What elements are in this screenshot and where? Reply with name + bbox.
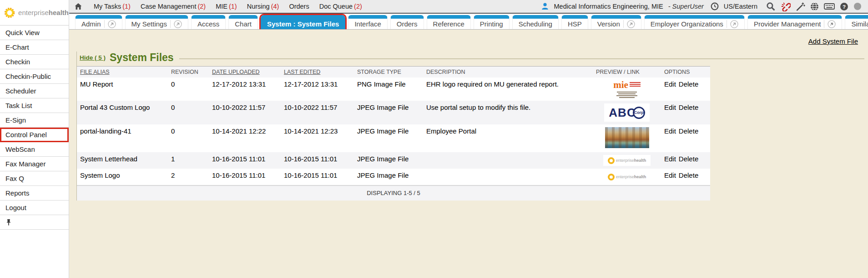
menu-orders[interactable]: Orders: [289, 3, 309, 10]
column-last-edited[interactable]: LAST EDITED: [281, 67, 354, 78]
menu-label: MIE: [216, 3, 227, 10]
tab-chart[interactable]: Chart: [228, 15, 258, 29]
edit-link[interactable]: Edit: [664, 127, 676, 135]
keyboard-icon[interactable]: [824, 2, 835, 10]
wand-icon[interactable]: [796, 2, 805, 11]
logo-part2: health: [49, 9, 69, 16]
tab-label: Provider Management: [754, 20, 821, 28]
tab-admin[interactable]: Admin: [75, 15, 122, 29]
mie-logo-preview[interactable]: mie: [609, 80, 645, 98]
sidebar-item-webscan[interactable]: WebScan: [0, 142, 69, 157]
hide-toggle-link[interactable]: Hide ( 5 ): [80, 54, 106, 61]
delete-link[interactable]: Delete: [679, 171, 698, 179]
menu-mie[interactable]: MIE(1): [216, 3, 237, 10]
menu-count: (1): [122, 3, 131, 10]
sidebar-item-quick-view[interactable]: Quick View: [0, 26, 69, 40]
sidebar-pin-toggle[interactable]: [0, 215, 69, 230]
tab-label: Access: [197, 20, 219, 28]
cell-storage-type: PNG Image File: [354, 77, 423, 101]
city-photo-preview[interactable]: [605, 127, 649, 148]
table-paging-status: DISPLAYING 1-5 / 5: [77, 185, 710, 201]
search-icon[interactable]: [766, 2, 776, 11]
tab-hsp[interactable]: HSP: [561, 15, 588, 29]
sidebar-item-checkin[interactable]: Checkin: [0, 55, 69, 69]
user-role: - SuperUser: [668, 3, 704, 10]
cell-date-uploaded: 10-10-2022 11:57: [209, 101, 281, 124]
help-icon[interactable]: ?: [840, 2, 848, 11]
cell-revision: 0: [168, 124, 209, 152]
delete-link[interactable]: Delete: [679, 80, 698, 88]
edit-link[interactable]: Edit: [664, 80, 676, 88]
menu-doc-queue[interactable]: Doc Queue(2): [319, 3, 362, 10]
external-link-icon: [828, 20, 836, 28]
status-circle-icon: [853, 2, 862, 10]
sidebar-item-scheduler[interactable]: Scheduler: [0, 84, 69, 98]
cell-last-edited: 10-16-2015 11:01: [281, 169, 354, 185]
sidebar-item-e-sign[interactable]: E-Sign: [0, 113, 69, 128]
tab-interface[interactable]: Interface: [348, 15, 387, 29]
delete-link[interactable]: Delete: [679, 103, 698, 111]
tab-label: Printing: [480, 20, 503, 28]
menu-my-tasks[interactable]: My Tasks(1): [94, 3, 131, 10]
tab-system-system-files[interactable]: System : System Files: [261, 15, 345, 29]
cell-last-edited: 12-17-2012 13:31: [281, 77, 354, 101]
tab-label: Similar Exposure Groups (SEG: [851, 20, 868, 28]
logo-part1: enterprise: [18, 9, 49, 16]
app-logo-text: enterprisehealth: [18, 9, 69, 16]
menu-nursing[interactable]: Nursing(4): [247, 3, 279, 10]
column-date-uploaded[interactable]: DATE UPLOADED: [209, 67, 281, 78]
cell-description: EHR logo required on MU generated report…: [423, 77, 593, 101]
menu-count: (2): [197, 3, 206, 10]
cell-date-uploaded: 12-17-2012 13:31: [209, 77, 281, 101]
sidebar-item-fax-manager[interactable]: Fax Manager: [0, 157, 69, 171]
sidebar-item-checkin-public[interactable]: Checkin-Public: [0, 69, 69, 84]
sidebar-item-task-list[interactable]: Task List: [0, 98, 69, 113]
abc-logo-text: ABC: [609, 106, 636, 120]
sidebar-item-fax-q[interactable]: Fax Q: [0, 171, 69, 186]
cell-description: [423, 152, 593, 169]
tab-printing[interactable]: Printing: [474, 15, 510, 29]
column-label: STORAGE TYPE: [357, 69, 401, 75]
globe-icon[interactable]: [810, 2, 819, 11]
menu-label: Doc Queue: [319, 3, 353, 10]
menu-label: Nursing: [247, 3, 270, 10]
add-system-file-link[interactable]: Add System File: [808, 37, 858, 45]
sidebar-item-control-panel[interactable]: Control Panel: [0, 128, 69, 142]
eh-logo-part1: enterprise: [616, 175, 634, 179]
timezone-label[interactable]: US/Eastern: [724, 3, 757, 10]
sidebar-item-logout[interactable]: Logout: [0, 201, 69, 215]
delete-link[interactable]: Delete: [679, 127, 698, 135]
edit-link[interactable]: Edit: [664, 103, 676, 111]
tab-employer-organizations[interactable]: Employer Organizations: [644, 15, 745, 29]
page-title: System Files: [110, 51, 174, 64]
tab-my-settings[interactable]: My Settings: [125, 15, 188, 29]
tab-version[interactable]: Version: [591, 15, 641, 29]
abc-corp-logo-preview[interactable]: ABC Corp: [604, 103, 650, 122]
cell-file-alias: Portal 43 Custom Logo: [77, 101, 168, 124]
user-icon: [541, 2, 549, 10]
sidebar-item-e-chart[interactable]: E-Chart: [0, 40, 69, 55]
broken-link-icon[interactable]: [781, 1, 791, 11]
sidebar-item-reports[interactable]: Reports: [0, 186, 69, 201]
edit-link[interactable]: Edit: [664, 155, 676, 163]
system-files-section: Hide ( 5 ) System Files FILE ALIAS REVIS…: [76, 51, 865, 201]
cell-options: EditDelete: [661, 152, 710, 169]
cell-storage-type: JPEG Image File: [354, 169, 423, 185]
tab-similar-exposure-groups[interactable]: Similar Exposure Groups (SEG: [845, 15, 868, 29]
tab-scheduling[interactable]: Scheduling: [512, 15, 559, 29]
cell-revision: 0: [168, 77, 209, 101]
enterprisehealth-logo-preview[interactable]: enterprisehealth: [603, 155, 651, 166]
cell-file-alias: System Logo: [77, 169, 168, 185]
tab-provider-management[interactable]: Provider Management: [747, 15, 843, 29]
delete-link[interactable]: Delete: [679, 155, 698, 163]
menu-case-management[interactable]: Case Management(2): [141, 3, 206, 10]
edit-link[interactable]: Edit: [664, 171, 676, 179]
tab-reference[interactable]: Reference: [427, 15, 471, 29]
column-label: LAST EDITED: [284, 69, 320, 75]
home-icon[interactable]: [74, 2, 83, 11]
cell-preview: mie: [593, 77, 661, 101]
column-file-alias[interactable]: FILE ALIAS: [77, 67, 168, 78]
tab-access[interactable]: Access: [191, 15, 226, 29]
enterprisehealth-logo-preview[interactable]: enterprisehealth: [603, 171, 651, 182]
tab-orders[interactable]: Orders: [390, 15, 424, 29]
